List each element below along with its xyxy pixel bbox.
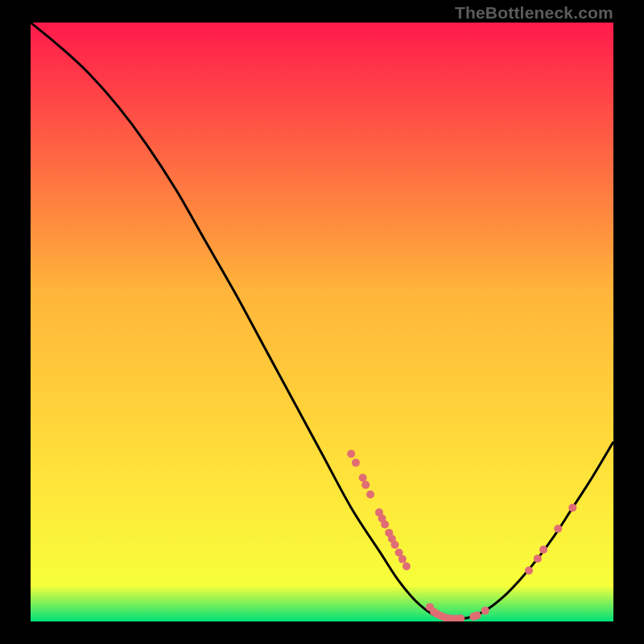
data-marker: [539, 546, 547, 554]
data-marker: [481, 607, 489, 615]
data-marker: [366, 490, 374, 498]
data-marker: [525, 567, 533, 575]
chart-svg: [31, 23, 613, 621]
data-marker: [361, 481, 369, 489]
data-marker: [398, 555, 407, 564]
data-marker: [391, 541, 399, 549]
gradient-background: [31, 23, 613, 621]
chart-container: TheBottleneck.com: [0, 0, 644, 644]
data-marker: [534, 555, 542, 563]
data-marker: [473, 612, 481, 620]
data-marker: [381, 520, 389, 528]
data-marker: [347, 450, 355, 458]
data-marker: [352, 459, 360, 467]
data-marker: [359, 473, 367, 481]
data-marker: [568, 504, 576, 512]
data-marker: [554, 525, 562, 533]
data-marker: [402, 563, 411, 571]
watermark-text: TheBottleneck.com: [455, 3, 613, 23]
